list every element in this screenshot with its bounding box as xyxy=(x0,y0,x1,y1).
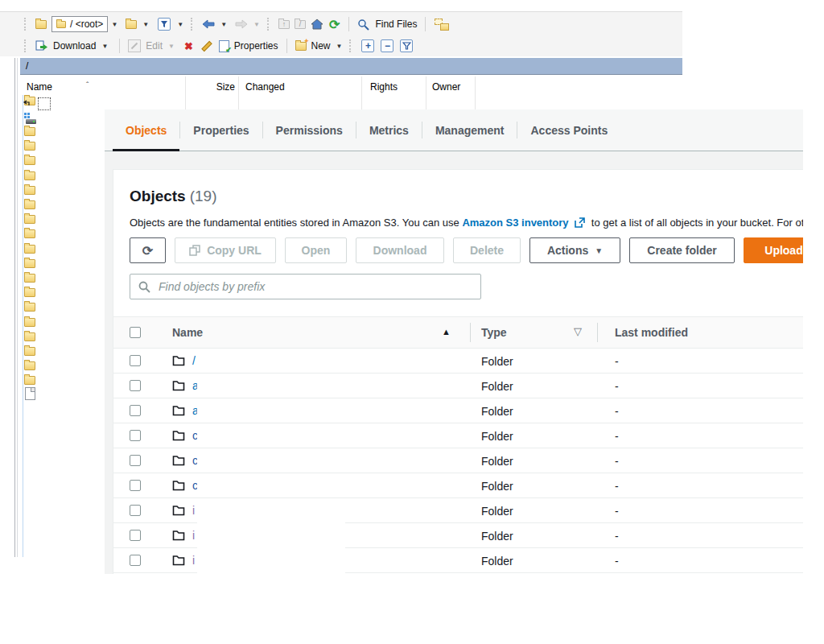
refresh-button[interactable]: ⟳ xyxy=(130,237,166,263)
new-dropdown-icon[interactable]: ▼ xyxy=(336,43,343,50)
toolbar-grip[interactable] xyxy=(191,18,195,31)
upload-button[interactable]: Upload xyxy=(744,237,803,263)
create-folder-button[interactable]: Create folder xyxy=(629,237,735,263)
column-divider[interactable] xyxy=(185,76,186,110)
drive-icon[interactable] xyxy=(24,113,37,125)
home-icon[interactable] xyxy=(311,19,323,30)
tab-properties[interactable]: Properties xyxy=(180,109,262,151)
row-checkbox[interactable] xyxy=(130,380,141,391)
search-input[interactable] xyxy=(157,279,472,294)
tree-folder-item[interactable] xyxy=(24,200,35,209)
column-divider[interactable] xyxy=(475,76,476,110)
rename-icon[interactable] xyxy=(201,40,212,51)
row-checkbox[interactable] xyxy=(130,555,141,566)
tab-access-points[interactable]: Access Points xyxy=(517,109,620,151)
find-files-icon[interactable] xyxy=(357,19,370,31)
object-name-link[interactable]: i xyxy=(192,504,197,517)
row-checkbox[interactable] xyxy=(130,530,141,541)
tree-folder-item[interactable] xyxy=(24,245,35,254)
tree-folder-item[interactable] xyxy=(24,347,35,356)
tree-folder-item[interactable] xyxy=(24,318,35,327)
properties-icon[interactable]: ✔ xyxy=(219,40,229,52)
column-owner[interactable]: Owner xyxy=(432,81,460,93)
select-plus-icon[interactable]: + xyxy=(361,39,374,52)
row-checkbox[interactable] xyxy=(130,455,141,466)
new-icon[interactable]: ✦ xyxy=(295,42,307,51)
tree-folder-item[interactable] xyxy=(24,229,35,238)
tree-folder-item[interactable] xyxy=(24,171,35,180)
tree-folder-item[interactable] xyxy=(24,186,35,195)
tree-folder-item[interactable] xyxy=(24,215,35,224)
toolbar-grip[interactable] xyxy=(24,18,28,31)
new-label[interactable]: New xyxy=(311,40,331,52)
actions-button[interactable]: Actions▼ xyxy=(529,237,620,263)
column-rights[interactable]: Rights xyxy=(370,81,398,93)
object-name-link[interactable]: / xyxy=(192,354,196,367)
tree-folder-item[interactable] xyxy=(24,361,35,370)
tab-objects[interactable]: Objects xyxy=(113,109,179,151)
column-divider[interactable] xyxy=(426,76,426,110)
tree-folder-item[interactable] xyxy=(24,259,35,268)
column-changed[interactable]: Changed xyxy=(245,81,285,93)
row-checkbox[interactable] xyxy=(130,405,141,416)
row-checkbox[interactable] xyxy=(130,430,141,441)
address-combo[interactable]: / <root> xyxy=(52,16,108,32)
back-icon[interactable] xyxy=(202,19,215,29)
object-name-link[interactable]: c xyxy=(192,429,197,442)
header-last-modified[interactable]: Last modified xyxy=(615,326,688,339)
toolbar-grip[interactable] xyxy=(349,39,353,52)
delete-button[interactable]: Delete xyxy=(453,237,521,263)
properties-label[interactable]: Properties xyxy=(234,40,278,52)
download-dropdown-icon[interactable]: ▼ xyxy=(101,43,108,50)
s3-inventory-link[interactable]: Amazon S3 inventory xyxy=(462,217,568,229)
refresh-icon[interactable]: ⟳ xyxy=(329,17,340,32)
object-name-link[interactable]: a xyxy=(192,379,197,392)
row-checkbox[interactable] xyxy=(130,480,141,491)
filter-icon[interactable] xyxy=(158,18,171,31)
tree-folder-item[interactable] xyxy=(24,303,35,312)
sort-ascending-icon[interactable]: ▲ xyxy=(442,327,451,336)
open-button[interactable]: Open xyxy=(285,237,347,263)
header-type[interactable]: Type xyxy=(481,326,507,339)
open-directory-icon[interactable] xyxy=(126,20,137,29)
back-dropdown-icon[interactable]: ▼ xyxy=(220,21,227,28)
file-icon[interactable] xyxy=(25,387,35,400)
toolbar-grip[interactable] xyxy=(24,39,28,52)
object-name-link[interactable]: a xyxy=(192,404,197,417)
column-size[interactable]: Size xyxy=(161,81,235,93)
download-label[interactable]: Download xyxy=(53,40,96,52)
column-name[interactable]: Name xyxy=(27,81,52,93)
select-all-checkbox[interactable] xyxy=(130,327,141,338)
row-checkbox[interactable] xyxy=(130,355,141,366)
select-minus-icon[interactable]: − xyxy=(381,39,393,52)
select-filter-icon[interactable] xyxy=(400,39,413,52)
toolbar-grip[interactable] xyxy=(267,18,271,31)
tab-management[interactable]: Management xyxy=(422,109,517,151)
tree-folder-item[interactable] xyxy=(24,142,35,151)
find-files-label[interactable]: Find Files xyxy=(375,19,417,30)
tree-folder-item[interactable] xyxy=(24,376,35,385)
header-name[interactable]: Name xyxy=(172,326,203,339)
address-dropdown-icon[interactable]: ▼ xyxy=(111,21,117,28)
column-divider[interactable] xyxy=(361,76,362,110)
path-bar[interactable]: / xyxy=(20,58,682,75)
row-checkbox[interactable] xyxy=(130,505,141,516)
filter-dropdown-icon[interactable]: ▼ xyxy=(177,21,183,28)
tree-folder-item[interactable] xyxy=(24,156,35,165)
synchronize-browsing-icon[interactable] xyxy=(435,19,449,31)
object-name-link[interactable]: c xyxy=(192,479,197,492)
sort-descending-icon[interactable]: ▽ xyxy=(574,325,582,337)
tree-folder-item[interactable] xyxy=(24,127,35,136)
tree-folder-item[interactable] xyxy=(24,332,35,341)
download-icon[interactable] xyxy=(35,40,48,52)
copy-url-button[interactable]: Copy URL xyxy=(175,237,276,263)
download-button[interactable]: Download xyxy=(356,237,444,263)
parent-directory-item[interactable] xyxy=(24,97,35,105)
tab-permissions[interactable]: Permissions xyxy=(263,109,356,151)
tree-folder-item[interactable] xyxy=(24,288,35,297)
open-directory-dropdown-icon[interactable]: ▼ xyxy=(142,21,149,28)
delete-icon[interactable]: ✖ xyxy=(184,40,193,52)
tree-folder-item[interactable] xyxy=(24,274,35,283)
column-divider[interactable] xyxy=(238,76,239,110)
object-name-link[interactable]: c xyxy=(192,454,197,467)
